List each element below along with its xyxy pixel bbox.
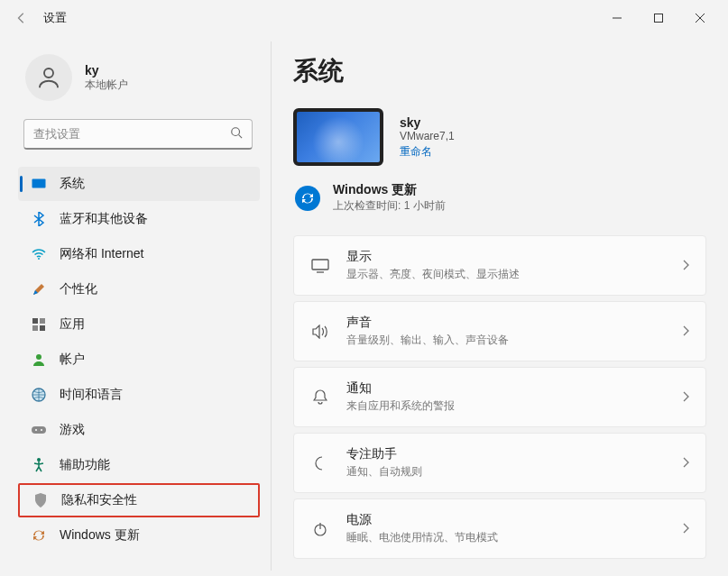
nav-label: 网络和 Internet [60,246,143,262]
close-button[interactable] [679,4,721,32]
nav-label: 应用 [60,316,85,333]
nav-item-gaming[interactable]: 游戏 [18,413,260,447]
nav-item-network[interactable]: 网络和 Internet [18,237,260,271]
card-focus-assist[interactable]: 专注助手 通知、自动规则 [293,433,706,493]
power-icon [310,522,330,536]
chevron-right-icon [682,324,689,340]
chevron-right-icon [682,455,689,471]
svg-point-13 [36,354,41,360]
svg-point-18 [37,458,41,462]
card-title: 通知 [346,380,666,397]
svg-rect-19 [312,260,328,270]
card-title: 显示 [346,249,666,265]
bluetooth-icon [31,211,47,227]
update-sync-icon [295,186,320,211]
minimize-button[interactable] [596,4,638,32]
nav-label: Windows 更新 [60,527,140,544]
nav-label: 个性化 [60,281,97,297]
card-title: 电源 [346,512,666,528]
arrow-left-icon [15,12,28,24]
maximize-button[interactable] [638,4,679,32]
speaker-icon [310,325,330,339]
wifi-icon [31,246,47,262]
search-input[interactable] [33,127,230,141]
chevron-right-icon [682,521,689,537]
device-thumbnail [293,108,383,166]
card-power[interactable]: 电源 睡眠、电池使用情况、节电模式 [293,498,706,559]
avatar [25,54,72,101]
nav-item-accessibility[interactable]: 辅助功能 [18,448,260,482]
card-sound[interactable]: 声音 音量级别、输出、输入、声音设备 [293,301,706,361]
nav-label: 蓝牙和其他设备 [60,211,148,227]
display-icon [31,176,47,192]
nav-item-personalization[interactable]: 个性化 [18,272,260,306]
accessibility-icon [31,457,47,473]
window-title: 设置 [43,10,67,26]
gaming-icon [31,422,47,438]
card-subtitle: 睡眠、电池使用情况、节电模式 [346,530,666,545]
globe-clock-icon [31,387,47,403]
window-controls [596,4,721,32]
svg-rect-9 [32,318,38,324]
nav-label: 辅助功能 [60,457,110,473]
card-subtitle: 通知、自动规则 [346,464,666,480]
nav-label: 隐私和安全性 [61,492,137,508]
chevron-right-icon [682,258,689,274]
close-icon [696,14,705,23]
svg-point-8 [38,258,40,260]
nav-item-privacy[interactable]: 隐私和安全性 [18,483,260,517]
page-title: 系统 [293,54,706,88]
nav-label: 帐户 [60,352,85,368]
person-icon [35,64,62,91]
shield-icon [32,492,49,508]
svg-rect-11 [32,325,38,331]
titlebar: 设置 [0,0,728,36]
device-info: sky VMware7,1 重命名 [293,108,706,166]
svg-rect-12 [40,325,45,331]
svg-rect-10 [40,318,45,324]
moon-icon [310,456,330,471]
update-title: Windows 更新 [333,182,446,198]
card-title: 声音 [346,315,666,331]
device-model: VMware7,1 [400,130,455,142]
card-notifications[interactable]: 通知 来自应用和系统的警报 [293,367,706,427]
sync-icon [31,527,47,544]
nav-label: 系统 [60,176,85,192]
svg-rect-7 [32,179,46,188]
paintbrush-icon [31,281,47,297]
svg-point-4 [44,69,53,78]
svg-point-5 [232,127,240,135]
maximize-icon [654,14,663,23]
card-display[interactable]: 显示 显示器、亮度、夜间模式、显示描述 [293,235,706,296]
svg-rect-15 [32,426,46,434]
apps-icon [31,316,47,333]
update-row[interactable]: Windows 更新 上次检查时间: 1 小时前 [293,182,706,214]
monitor-icon [310,259,330,273]
user-name: ky [85,63,128,78]
main-content: 系统 sky VMware7,1 重命名 Windows 更新 上次检查时间: … [272,36,728,576]
svg-point-17 [41,429,42,431]
nav-item-apps[interactable]: 应用 [18,307,260,342]
back-button[interactable] [7,4,36,32]
nav-item-accounts[interactable]: 帐户 [18,343,260,377]
nav: 系统 蓝牙和其他设备 网络和 Internet 个性化 应用 帐户 [18,166,271,576]
sidebar: ky 本地帐户 系统 蓝牙和其他设备 网络和 Internet [0,36,271,576]
svg-point-16 [35,429,37,431]
user-profile[interactable]: ky 本地帐户 [18,43,271,115]
chevron-right-icon [682,389,689,406]
nav-item-bluetooth[interactable]: 蓝牙和其他设备 [18,202,260,236]
card-subtitle: 显示器、亮度、夜间模式、显示描述 [346,267,666,282]
nav-item-system[interactable]: 系统 [18,167,260,201]
account-icon [31,352,47,368]
nav-item-windows-update[interactable]: Windows 更新 [18,518,260,553]
device-name: sky [400,115,455,130]
nav-label: 时间和语言 [60,387,123,403]
search-box[interactable] [23,119,253,150]
bell-icon [310,389,330,406]
user-account-type: 本地帐户 [85,78,128,93]
minimize-icon [613,14,622,23]
nav-item-time-language[interactable]: 时间和语言 [18,378,260,412]
rename-link[interactable]: 重命名 [400,144,432,160]
card-title: 专注助手 [346,446,666,462]
nav-label: 游戏 [60,422,85,438]
